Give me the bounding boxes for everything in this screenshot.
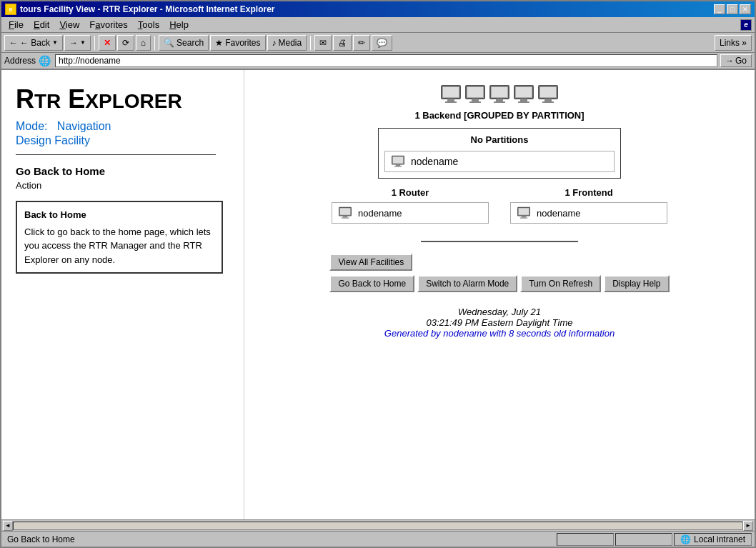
menu-file[interactable]: File (4, 18, 28, 31)
browser-icon: e (5, 4, 16, 15)
mail-button[interactable]: ✉ (314, 35, 332, 51)
minimize-button[interactable]: _ (714, 4, 725, 14)
favorites-button[interactable]: ★ Favorites (210, 35, 265, 51)
info-box-title: Back to Home (24, 208, 214, 222)
go-button[interactable]: → Go (720, 54, 752, 67)
zone-label: Local intranet (694, 534, 745, 544)
svg-rect-22 (394, 166, 402, 166)
backend-computer-icon (391, 155, 405, 168)
switch-alarm-button[interactable]: Switch to Alarm Mode (417, 275, 517, 292)
router-node-row[interactable]: nodename (332, 202, 489, 224)
discuss-icon: 💬 (377, 38, 387, 48)
mode-label: Mode: (16, 120, 47, 132)
view-all-button[interactable]: View All Facilities (329, 254, 412, 271)
backend-node-row[interactable]: nodename (384, 151, 615, 172)
svg-rect-26 (342, 217, 349, 218)
back-label: ← Back (20, 38, 50, 48)
svg-rect-17 (544, 99, 552, 101)
svg-rect-5 (472, 99, 479, 101)
svg-rect-7 (467, 87, 483, 97)
forward-icon: → (69, 38, 78, 48)
svg-rect-25 (343, 216, 347, 218)
status-panel-2 (615, 533, 672, 546)
action-type: Action (16, 180, 229, 191)
router-node-name: nodename (358, 208, 402, 219)
menu-help[interactable]: Help (165, 18, 193, 31)
view-all-row: View All Facilities (329, 254, 412, 271)
display-help-button[interactable]: Display Help (604, 275, 669, 292)
edit-icon: ✏ (358, 38, 365, 48)
menu-tools[interactable]: Tools (134, 18, 164, 31)
stop-icon: ✕ (104, 38, 111, 48)
generated-label: Generated by nodename with 8 seconds old… (384, 328, 615, 339)
status-bar: Go Back to Home 🌐 Local intranet (1, 531, 755, 547)
svg-rect-30 (520, 217, 527, 218)
search-button[interactable]: 🔍 Search (159, 35, 209, 51)
svg-rect-29 (522, 216, 526, 218)
go-back-button[interactable]: Go Back to Home (329, 275, 414, 292)
svg-rect-31 (519, 209, 529, 215)
forward-dropdown-icon: ▼ (80, 39, 86, 46)
scroll-track[interactable] (13, 522, 743, 530)
print-button[interactable]: 🖨 (333, 35, 352, 51)
action-buttons-area: View All Facilities Go Back to Home Swit… (329, 254, 669, 292)
separator-1 (94, 36, 95, 50)
svg-rect-19 (540, 87, 556, 97)
computer-icon-1 (440, 84, 462, 104)
svg-rect-23 (393, 157, 403, 164)
svg-rect-6 (469, 101, 481, 103)
menu-favorites[interactable]: Favorites (85, 18, 131, 31)
edit-button[interactable]: ✏ (353, 35, 370, 51)
frontend-computer-icon (517, 206, 531, 219)
backend-label: 1 Backend [GROUPED BY PARTITION] (414, 110, 584, 121)
computer-icon-2 (464, 84, 486, 104)
toolbar: ← ← Back ▼ → ▼ ✕ ⟳ ⌂ 🔍 Search ★ Favorite… (1, 33, 755, 53)
svg-rect-27 (340, 209, 350, 215)
favorites-label: Favorites (225, 38, 260, 48)
maximize-button[interactable]: □ (727, 4, 738, 14)
address-bar: Address 🌐 → Go (1, 53, 755, 70)
back-button[interactable]: ← ← Back ▼ (4, 35, 63, 51)
print-icon: 🖨 (338, 38, 347, 48)
partition-box: No Partitions nodename (378, 128, 621, 179)
media-button[interactable]: ♪ Media (267, 35, 307, 51)
status-text: Go Back to Home (4, 534, 557, 544)
toolbar-right: Links » (715, 35, 752, 51)
app-title: RTR EXPLORER (16, 84, 229, 114)
svg-rect-21 (396, 164, 400, 166)
frontend-node-row[interactable]: nodename (510, 202, 667, 224)
globe-icon: 🌐 (680, 534, 691, 544)
computer-icon-4 (513, 84, 534, 104)
router-frontend-row: 1 Router nodename 1 Frontend (259, 187, 740, 224)
refresh-button[interactable]: ⟳ (117, 35, 134, 51)
back-dropdown-icon: ▼ (52, 39, 58, 46)
links-label: Links » (720, 38, 747, 48)
computer-icon-5 (537, 84, 559, 104)
refresh-icon: ⟳ (122, 38, 129, 48)
menu-edit[interactable]: Edit (29, 18, 54, 31)
discuss-button[interactable]: 💬 (372, 35, 392, 51)
browser-window: e tours Facility View - RTR Explorer - M… (0, 0, 756, 548)
content-area: RTR EXPLORER Mode: Navigation Design Fac… (1, 70, 755, 519)
svg-rect-9 (496, 99, 503, 101)
media-icon: ♪ (272, 38, 277, 48)
close-button[interactable]: ✕ (740, 4, 751, 14)
time-label: 03:21:49 PM Eastern Daylight Time (384, 317, 615, 328)
status-panel-1 (557, 533, 614, 546)
divider (16, 154, 216, 155)
scroll-right-button[interactable]: ► (743, 521, 753, 531)
forward-button[interactable]: → ▼ (64, 35, 91, 51)
scroll-left-button[interactable]: ◄ (3, 521, 13, 531)
separator-2 (154, 36, 155, 50)
address-input[interactable] (55, 54, 717, 67)
stop-button[interactable]: ✕ (99, 35, 116, 51)
svg-rect-10 (494, 101, 505, 103)
links-button[interactable]: Links » (715, 35, 752, 51)
menu-view[interactable]: View (55, 18, 84, 31)
home-button[interactable]: ⌂ (136, 35, 151, 51)
svg-rect-13 (520, 99, 527, 101)
svg-rect-1 (447, 99, 454, 101)
back-arrow-icon: ← (9, 38, 18, 48)
turn-refresh-button[interactable]: Turn On Refresh (520, 275, 601, 292)
svg-rect-11 (492, 87, 507, 97)
